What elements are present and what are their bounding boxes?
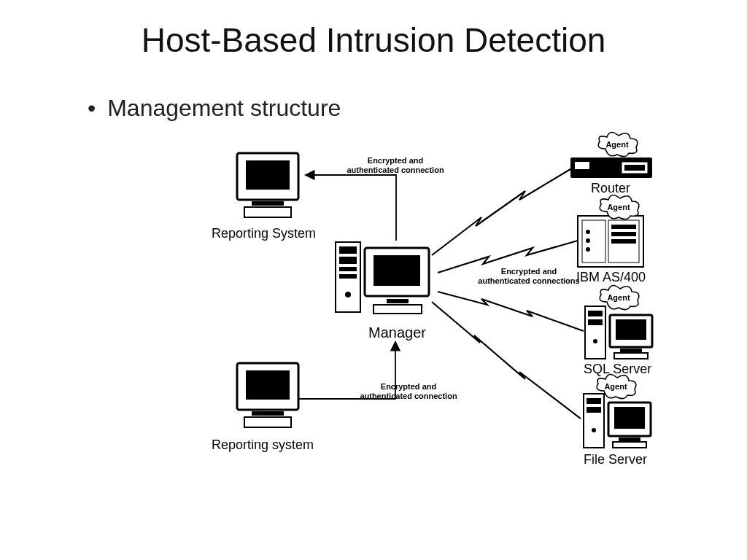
svg-rect-20 [622, 162, 648, 174]
svg-text:Agent: Agent [605, 140, 629, 149]
svg-rect-11 [339, 267, 357, 271]
svg-text:Agent: Agent [604, 382, 627, 391]
svg-rect-41 [587, 407, 601, 413]
svg-rect-32 [588, 311, 603, 316]
svg-rect-0 [237, 153, 298, 200]
svg-text:Agent: Agent [607, 293, 630, 302]
svg-rect-19 [575, 162, 589, 169]
svg-rect-40 [587, 398, 601, 404]
svg-rect-9 [339, 246, 357, 254]
svg-rect-35 [610, 315, 652, 347]
svg-text:Agent: Agent [607, 203, 630, 211]
sqlserver-icon [585, 306, 652, 359]
svg-rect-3 [244, 207, 291, 217]
edge-manager-reporting-top [306, 175, 396, 241]
manager-icon [336, 242, 429, 314]
svg-rect-15 [374, 255, 420, 286]
svg-rect-26 [611, 232, 636, 236]
edge-manager-router [432, 169, 570, 255]
svg-point-13 [345, 292, 351, 298]
svg-rect-2 [252, 201, 284, 206]
svg-rect-12 [339, 274, 357, 279]
svg-rect-14 [365, 248, 429, 296]
fileserver-icon [584, 394, 651, 448]
svg-point-29 [586, 238, 590, 243]
svg-point-28 [586, 230, 590, 234]
edge-manager-sqlserver [438, 292, 584, 331]
agent-badge-as400: Agent [600, 195, 639, 219]
svg-rect-16 [387, 299, 409, 303]
svg-rect-25 [611, 225, 636, 229]
svg-rect-7 [244, 417, 291, 427]
svg-rect-46 [613, 442, 646, 448]
label-manager: Manager [368, 324, 426, 341]
svg-rect-45 [619, 438, 640, 441]
svg-rect-31 [585, 306, 605, 359]
svg-point-30 [586, 247, 590, 252]
svg-rect-18 [570, 158, 652, 178]
svg-rect-27 [611, 239, 636, 244]
svg-rect-37 [620, 349, 642, 352]
edge-label-right: Encrypted andauthenticated connections [474, 267, 584, 285]
svg-rect-6 [252, 411, 284, 416]
svg-rect-39 [584, 394, 604, 448]
label-router: Router [591, 181, 630, 196]
agent-badge-router: Agent [598, 132, 638, 156]
slide-bullet: Management structure [88, 95, 341, 122]
label-as400: IBM AS/400 [576, 270, 646, 285]
svg-rect-23 [582, 220, 605, 262]
svg-rect-17 [374, 305, 422, 314]
svg-rect-5 [246, 370, 290, 400]
svg-rect-8 [336, 242, 360, 312]
svg-rect-10 [339, 257, 357, 264]
edge-label-bottom: Encrypted andauthenticated connection [350, 382, 467, 400]
svg-rect-24 [608, 220, 639, 262]
svg-rect-38 [614, 353, 648, 359]
svg-rect-33 [588, 319, 603, 325]
svg-point-34 [593, 339, 597, 343]
edge-label-top: Encrypted andauthenticated connection [337, 156, 454, 174]
label-reporting-top: Reporting System [212, 226, 316, 241]
svg-rect-44 [614, 407, 645, 429]
reporting-system-top-icon [237, 153, 298, 217]
label-sqlserver: SQL Server [584, 362, 651, 377]
label-fileserver: File Server [584, 452, 647, 467]
agent-badge-sqlserver: Agent [600, 285, 639, 309]
edge-manager-fileserver [432, 302, 581, 419]
slide-title: Host-Based Intrusion Detection [0, 20, 747, 60]
reporting-system-bottom-icon [237, 363, 298, 427]
svg-rect-4 [237, 363, 298, 410]
svg-rect-21 [624, 165, 645, 171]
svg-point-42 [592, 428, 596, 432]
svg-rect-36 [616, 319, 646, 340]
agent-badge-fileserver: Agent [597, 374, 636, 398]
svg-rect-1 [246, 160, 290, 190]
svg-rect-22 [578, 216, 643, 267]
label-reporting-bottom: Reporting system [212, 438, 314, 453]
as400-icon [578, 216, 643, 267]
router-icon [570, 158, 652, 178]
svg-rect-43 [608, 402, 651, 436]
